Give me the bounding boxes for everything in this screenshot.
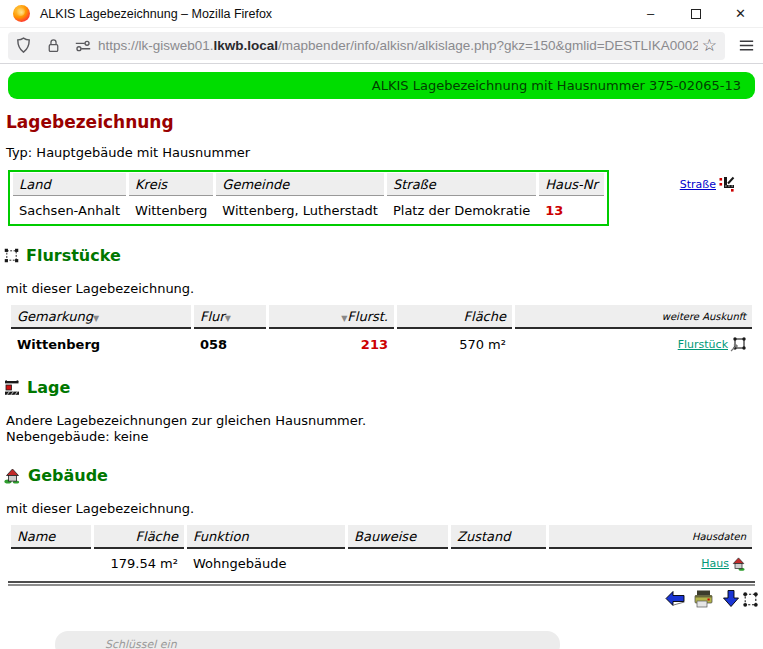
strasse-link-group[interactable]: Straße [680, 176, 735, 192]
cell-geb-flaeche: 179.54 m² [94, 550, 184, 576]
gebaeude-section-heading: Gebäude [4, 466, 763, 485]
col-hausnr: Haus-Nr [539, 173, 604, 196]
typ-line: Typ: Hauptgebäude mit Hausnummer [6, 145, 763, 160]
sort-down-icon: ▼ [93, 314, 99, 323]
flurstuecke-section-heading: Flurstücke [4, 246, 763, 265]
window-titlebar: ALKIS Lagebezeichnung – Mozilla Firefox … [0, 0, 763, 28]
col-strasse: Straße [387, 173, 536, 196]
sort-down-icon: ▼ [225, 314, 231, 323]
maximize-icon [691, 9, 701, 19]
window-title: ALKIS Lagebezeichnung – Mozilla Firefox [40, 7, 628, 21]
lage-heading-label: Lage [27, 378, 70, 397]
url-host-prefix: https://lk-gisweb01. [98, 38, 214, 53]
shield-icon[interactable] [14, 36, 33, 55]
cell-name [11, 550, 91, 576]
gebaeude-subtitle: mit dieser Lagebezeichnung. [6, 501, 763, 516]
cell-hausdaten: Haus [549, 550, 752, 576]
cell-auskunft: Flurstück [515, 330, 752, 357]
address-row: Sachsen-Anhalt Wittenberg Wittenberg, Lu… [13, 197, 604, 223]
cell-land: Sachsen-Anhalt [13, 197, 126, 223]
strasse-link[interactable]: Straße [680, 178, 716, 191]
section-divider [8, 581, 755, 586]
col-funktion[interactable]: Funktion [187, 525, 345, 549]
col-land: Land [13, 173, 126, 196]
col-geb-flaeche[interactable]: Fläche [94, 525, 184, 549]
status-banner-text: ALKIS Lagebezeichnung mit Hausnummer 375… [372, 78, 741, 93]
cell-hausnr: 13 [539, 197, 604, 223]
col-bauweise[interactable]: Bauweise [348, 525, 448, 549]
address-section: Land Kreis Gemeinde Straße Haus-Nr Sachs… [8, 170, 735, 226]
parcel-icon [4, 248, 19, 263]
print-icon[interactable] [693, 589, 714, 609]
flurstueck-link[interactable]: Flurstück [678, 338, 728, 351]
lage-line2: Nebengebäude: keine [6, 428, 763, 446]
select-parcel-icon[interactable] [742, 591, 759, 608]
address-header-row: Land Kreis Gemeinde Straße Haus-Nr [13, 173, 604, 196]
col-name[interactable]: Name [11, 525, 91, 549]
cell-gemarkung: Wittenberg [11, 330, 191, 357]
address-table: Land Kreis Gemeinde Straße Haus-Nr Sachs… [8, 170, 609, 226]
flurstueck-link-group[interactable]: Flurstück [521, 336, 746, 352]
street-icon [719, 176, 735, 192]
col-weitere-auskunft: weitere Auskunft [515, 305, 752, 329]
cell-flurst: 213 [269, 330, 394, 357]
url-host: lkwb.local [214, 38, 279, 53]
col-hausdaten: Hausdaten [549, 525, 752, 549]
flurstuecke-subtitle: mit dieser Lagebezeichnung. [6, 281, 763, 296]
page-content: ALKIS Lagebezeichnung mit Hausnummer 375… [0, 72, 763, 649]
back-icon[interactable] [664, 589, 686, 609]
col-gemarkung[interactable]: Gemarkung▼ [11, 305, 191, 329]
maximize-button[interactable] [673, 0, 718, 27]
flurstuecke-heading-label: Flurstücke [26, 246, 121, 265]
haus-link[interactable]: Haus [701, 557, 729, 570]
cell-zustand [451, 550, 546, 576]
house-icon [4, 468, 21, 484]
col-flaeche[interactable]: Fläche [397, 305, 512, 329]
col-zustand[interactable]: Zustand [451, 525, 546, 549]
minimize-button[interactable]: – [628, 0, 673, 27]
col-gemeinde: Gemeinde [216, 173, 384, 196]
flurstueck-row: Wittenberg 058 213 570 m² Flurstück [11, 330, 752, 357]
gebaeude-heading-label: Gebäude [28, 466, 108, 485]
download-icon[interactable] [721, 589, 741, 609]
gebaeude-header-row: Name Fläche Funktion Bauweise Zustand Ha… [11, 525, 752, 549]
lage-section-heading: Lage [4, 378, 763, 397]
flurstuecke-header-row: Gemarkung▼ Flur▼ ▼Flurst. Fläche weitere… [11, 305, 752, 329]
cell-strasse: Platz der Demokratie [387, 197, 536, 223]
bookmark-star-icon[interactable]: ☆ [702, 35, 717, 56]
haus-link-group[interactable]: Haus [555, 557, 746, 571]
url-path: /mapbender/info/alkisn/alkislage.php?gkz… [278, 38, 698, 53]
cell-flaeche: 570 m² [397, 330, 512, 357]
permissions-icon[interactable] [74, 37, 92, 55]
col-flur[interactable]: Flur▼ [194, 305, 266, 329]
col-kreis: Kreis [129, 173, 213, 196]
url-bar[interactable]: https://lk-gisweb01.lkwb.local/mapbender… [8, 32, 725, 60]
status-banner: ALKIS Lagebezeichnung mit Hausnummer 375… [8, 72, 755, 99]
cell-bauweise [348, 550, 448, 576]
gebaeude-row: 179.54 m² Wohngebäude Haus [11, 550, 752, 576]
cell-flur: 058 [194, 330, 266, 357]
close-button[interactable]: ✕ [718, 0, 763, 27]
window-controls: – ✕ [628, 0, 763, 27]
page-title: Lagebezeichnung [6, 112, 763, 132]
lock-icon[interactable] [45, 37, 62, 54]
parcel-arrow-icon [730, 336, 746, 352]
url-text[interactable]: https://lk-gisweb01.lkwb.local/mapbender… [98, 38, 698, 53]
menu-icon[interactable] [737, 36, 756, 55]
schluessel-toggle-button[interactable]: Schlüssel ein [55, 631, 560, 649]
cell-gemeinde: Wittenberg, Lutherstadt [216, 197, 384, 223]
col-flurst[interactable]: ▼Flurst. [269, 305, 394, 329]
gebaeude-table: Name Fläche Funktion Bauweise Zustand Ha… [8, 524, 755, 577]
house-small-icon [731, 557, 746, 571]
flurstuecke-table: Gemarkung▼ Flur▼ ▼Flurst. Fläche weitere… [8, 304, 755, 358]
location-icon [4, 380, 20, 396]
browser-navbar: https://lk-gisweb01.lkwb.local/mapbender… [0, 28, 763, 64]
footer-toolbar [0, 589, 759, 609]
cell-kreis: Wittenberg [129, 197, 213, 223]
cell-funktion: Wohngebäude [187, 550, 345, 576]
lage-line1: Andere Lagebezeichnungen zur gleichen Ha… [6, 413, 763, 428]
firefox-icon [13, 5, 30, 22]
